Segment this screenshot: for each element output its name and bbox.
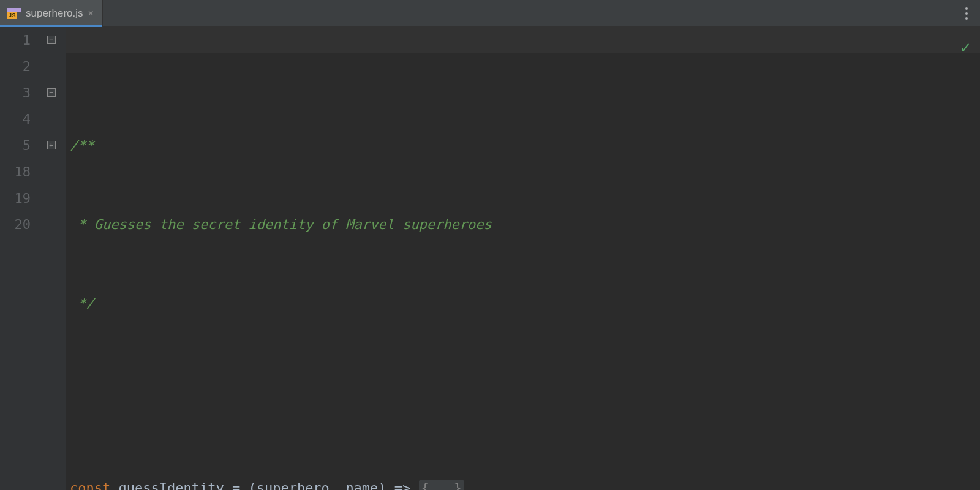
tab-bar-actions (960, 0, 980, 26)
doc-comment-close: */ (70, 296, 94, 311)
punct: , (330, 480, 346, 490)
line-number: 2 (0, 53, 31, 80)
folded-region[interactable]: {...} (419, 480, 464, 490)
code-line[interactable]: const guessIdentity = (superhero, name) … (70, 475, 980, 490)
fold-gutter (37, 27, 66, 490)
fold-toggle-icon[interactable] (47, 36, 56, 44)
more-options-icon[interactable] (960, 4, 973, 23)
code-line[interactable]: */ (70, 290, 980, 317)
editor[interactable]: 1 2 3 4 5 18 19 20 /** * Guesses the sec… (0, 27, 980, 490)
current-line-highlight (66, 27, 980, 53)
close-tab-icon[interactable]: × (88, 9, 94, 18)
code-line[interactable]: /** (70, 132, 980, 159)
analysis-ok-icon[interactable]: ✓ (960, 34, 970, 61)
code-line[interactable]: * Guesses the secret identity of Marvel … (70, 211, 980, 238)
tab-filename: superhero.js (26, 7, 83, 20)
fold-toggle-icon[interactable] (47, 88, 56, 97)
code-line[interactable] (70, 369, 980, 396)
code-area[interactable]: /** * Guesses the secret identity of Mar… (66, 27, 980, 490)
param: name (345, 480, 378, 490)
js-badge: JS (7, 12, 17, 19)
param: superhero (257, 480, 330, 490)
line-number: 4 (0, 106, 31, 132)
line-number: 20 (0, 211, 31, 238)
line-number: 18 (0, 159, 31, 185)
file-tab[interactable]: JS superhero.js × (0, 0, 103, 26)
line-number-gutter: 1 2 3 4 5 18 19 20 (0, 27, 37, 490)
doc-comment-open: /** (70, 138, 94, 153)
line-number: 19 (0, 185, 31, 211)
fold-expand-icon[interactable] (47, 141, 56, 149)
punct: ) => (378, 480, 418, 490)
doc-comment-body: * Guesses the secret identity of Marvel … (70, 217, 492, 232)
tab-bar: JS superhero.js × (0, 0, 980, 27)
js-file-icon: JS (7, 8, 21, 19)
punct: = ( (224, 480, 257, 490)
line-number: 3 (0, 80, 31, 106)
keyword-const: const (70, 480, 110, 490)
identifier: guessIdentity (118, 480, 224, 490)
line-number: 5 (0, 132, 31, 159)
line-number: 1 (0, 27, 31, 53)
